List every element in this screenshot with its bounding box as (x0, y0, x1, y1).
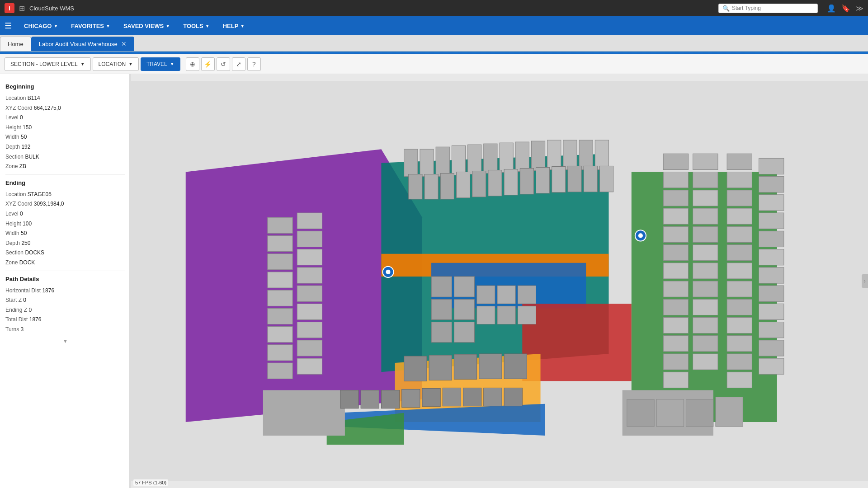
svg-rect-80 (759, 231, 784, 247)
svg-rect-121 (479, 354, 502, 379)
hamburger-menu[interactable]: ☰ (5, 21, 12, 31)
search-box[interactable]: 🔍 (718, 4, 818, 13)
location-dropdown[interactable]: LOCATION ▼ (93, 57, 139, 71)
svg-rect-100 (297, 267, 322, 283)
user-icons: 👤 🔖 ≫ (827, 4, 863, 13)
svg-rect-113 (497, 286, 515, 304)
section-dropdown[interactable]: SECTION - LOWER LEVEL ▼ (5, 57, 91, 71)
svg-rect-90 (268, 254, 292, 270)
svg-rect-48 (663, 336, 688, 352)
svg-rect-101 (297, 286, 322, 301)
tab-home[interactable]: Home (0, 37, 31, 51)
svg-rect-52 (693, 172, 718, 188)
svg-rect-51 (693, 154, 718, 169)
svg-rect-64 (727, 172, 752, 188)
scroll-down-arrow[interactable]: ▼ (63, 338, 68, 344)
collapse-icon[interactable]: ≫ (856, 4, 863, 13)
svg-rect-130 (484, 388, 502, 406)
svg-rect-70 (727, 281, 752, 297)
resize-handle[interactable] (129, 74, 131, 488)
ending-zone: Zone DOCK (5, 258, 125, 268)
grid-icon[interactable]: ⊞ (19, 4, 25, 13)
nav-help[interactable]: HELP ▼ (217, 19, 250, 33)
svg-rect-131 (504, 388, 522, 406)
beginning-depth: Depth 192 (5, 142, 125, 152)
topbar: i ⊞ CloudSuite WMS 🔍 👤 🔖 ≫ (0, 0, 868, 16)
section-caret: ▼ (80, 61, 85, 66)
nav-favorites[interactable]: FAVORITES ▼ (66, 19, 116, 33)
path-title: Path Details (5, 276, 125, 282)
svg-rect-27 (440, 174, 454, 199)
svg-rect-92 (268, 290, 292, 306)
user-icon[interactable]: 👤 (827, 4, 836, 13)
warehouse-view[interactable]: 57 FPS (1-60) › (131, 74, 868, 488)
travel-dropdown[interactable]: TRAVEL ▼ (141, 57, 180, 71)
svg-rect-99 (297, 249, 322, 265)
svg-rect-79 (759, 213, 784, 229)
svg-rect-44 (663, 263, 688, 279)
nav-tools[interactable]: TOOLS ▼ (178, 19, 215, 33)
svg-rect-69 (727, 263, 752, 279)
ending-location: Location STAGE05 (5, 190, 125, 200)
svg-rect-73 (727, 336, 752, 352)
travel-caret: ▼ (170, 61, 175, 66)
svg-rect-82 (759, 267, 784, 283)
export-button[interactable]: ⤢ (232, 57, 245, 71)
right-collapse-arrow[interactable]: › (862, 274, 868, 288)
svg-rect-25 (409, 174, 422, 199)
svg-rect-36 (584, 166, 597, 192)
beginning-title: Beginning (5, 83, 125, 90)
tab-close-btn[interactable]: ✕ (121, 40, 127, 47)
svg-rect-114 (518, 286, 536, 304)
svg-rect-111 (454, 322, 474, 343)
box-1 (627, 399, 654, 427)
nav-saved-views[interactable]: SAVED VIEWS ▼ (118, 19, 175, 33)
svg-rect-38 (663, 154, 688, 169)
box-3 (686, 399, 713, 427)
nav-chicago[interactable]: CHICAGO ▼ (19, 19, 63, 33)
search-input[interactable] (732, 5, 814, 11)
svg-rect-43 (663, 245, 688, 261)
ending-xyz: XYZ Coord 3093,1984,0 (5, 199, 125, 209)
svg-rect-125 (381, 390, 399, 408)
path-start-z: Start Z 0 (5, 296, 125, 305)
svg-rect-54 (693, 208, 718, 224)
svg-rect-98 (297, 231, 322, 247)
help-caret: ▼ (240, 23, 245, 28)
svg-rect-58 (693, 281, 718, 297)
svg-rect-16 (468, 145, 481, 174)
svg-rect-120 (454, 354, 476, 379)
svg-rect-93 (268, 308, 292, 324)
svg-rect-35 (568, 166, 581, 192)
svg-rect-18 (500, 143, 513, 172)
svg-rect-71 (727, 299, 752, 315)
yellow-shelves (404, 354, 527, 381)
ending-level: Level 0 (5, 209, 125, 219)
warehouse-svg[interactable] (131, 74, 868, 488)
tab-labor-audit[interactable]: Labor Audit Visual Warehouse ✕ (31, 37, 134, 51)
target-button[interactable]: ⊕ (186, 57, 199, 71)
chicago-caret: ▼ (53, 23, 58, 28)
path-ending-z: Ending Z 0 (5, 305, 125, 315)
beginning-section: Section BULK (5, 152, 125, 162)
svg-rect-74 (727, 354, 752, 370)
divider-2 (5, 271, 125, 271)
svg-rect-55 (693, 226, 718, 242)
path-total-dist: Total Dist 1876 (5, 315, 125, 325)
svg-rect-10 (263, 390, 345, 436)
ending-section: Section DOCKS (5, 248, 125, 258)
svg-rect-23 (579, 140, 593, 169)
svg-rect-30 (488, 170, 502, 196)
filter-button[interactable]: ⚡ (201, 57, 215, 71)
svg-rect-86 (759, 340, 784, 356)
svg-rect-14 (436, 147, 449, 176)
divider-1 (5, 174, 125, 175)
beginning-location: Location B114 (5, 94, 125, 103)
refresh-button[interactable]: ↺ (217, 57, 230, 71)
search-icon: 🔍 (722, 5, 730, 12)
app-title: CloudSuite WMS (29, 5, 74, 12)
bookmark-icon[interactable]: 🔖 (841, 4, 850, 13)
svg-rect-75 (727, 372, 752, 388)
help-button[interactable]: ? (247, 57, 261, 71)
svg-rect-59 (693, 299, 718, 315)
